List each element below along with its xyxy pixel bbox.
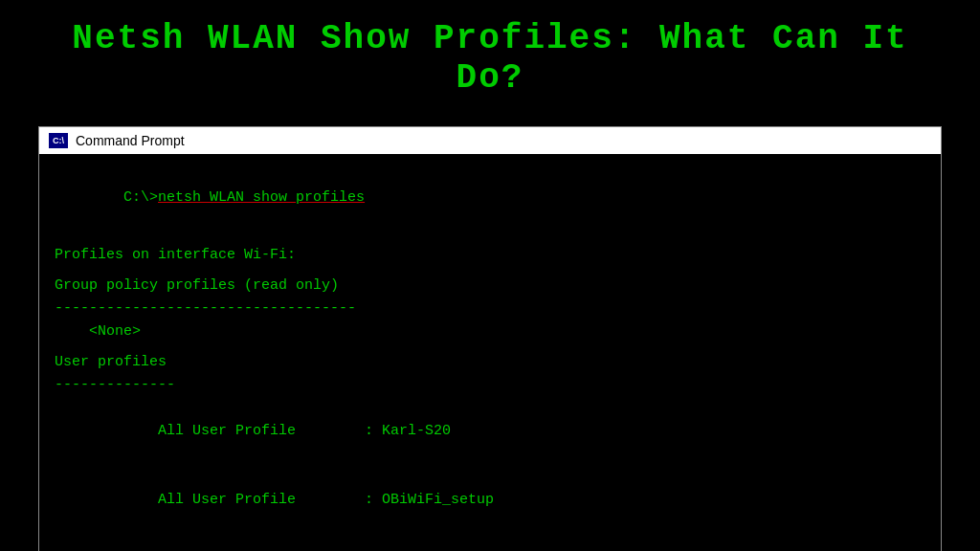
cmd-line-none: <None> xyxy=(55,320,925,343)
main-title: Netsh WLAN Show Profiles: What Can It Do… xyxy=(38,19,942,98)
cmd-titlebar: C:\ Command Prompt xyxy=(39,127,941,154)
cmd-line-profile2: All User Profile : OBiWiFi_setup xyxy=(55,466,925,535)
cmd-body: C:\>netsh WLAN show profiles Profiles on… xyxy=(39,154,941,551)
cmd-icon: C:\ xyxy=(49,133,68,148)
profile1-label: All User Profile : xyxy=(123,423,382,439)
profile2-value: OBiWiFi_setup xyxy=(382,492,494,508)
cmd-title-text: Command Prompt xyxy=(76,133,185,148)
page-container: Netsh WLAN Show Profiles: What Can It Do… xyxy=(0,0,980,551)
cmd-prompt-line: C:\>netsh WLAN show profiles xyxy=(55,164,925,232)
cmd-line-profiles-interface: Profiles on interface Wi-Fi: xyxy=(55,244,925,267)
spacer-2 xyxy=(55,267,925,275)
cmd-line-profile3: All User Profile : Karl-Network xyxy=(55,535,925,551)
cmd-window: C:\ Command Prompt C:\>netsh WLAN show p… xyxy=(38,126,942,551)
cmd-line-separator1: ----------------------------------- xyxy=(55,298,925,320)
profile2-label: All User Profile : xyxy=(123,492,382,508)
cmd-line-profile1: All User Profile : Karl-S20 xyxy=(55,397,925,466)
cmd-prompt: C:\> xyxy=(123,189,158,206)
profile1-value: Karl-S20 xyxy=(382,423,451,439)
cmd-command: netsh WLAN show profiles xyxy=(158,189,365,206)
spacer-1 xyxy=(55,236,925,244)
cmd-line-group-policy: Group policy profiles (read only) xyxy=(55,275,925,298)
spacer-3 xyxy=(55,343,925,351)
cmd-line-user-profiles: User profiles xyxy=(55,351,925,374)
cmd-line-separator2: -------------- xyxy=(55,374,925,397)
